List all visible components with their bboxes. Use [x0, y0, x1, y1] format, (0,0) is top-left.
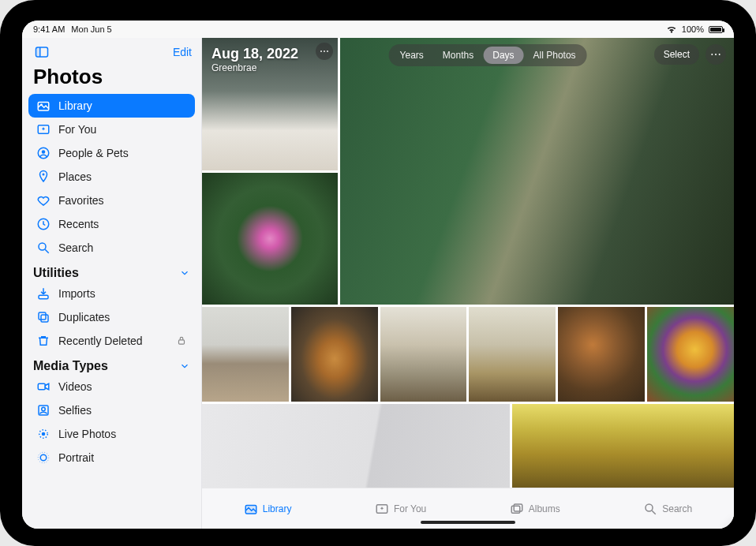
- tab-albums[interactable]: Albums: [503, 499, 567, 519]
- sidebar-item-label: Imports: [58, 287, 95, 300]
- photo-tile[interactable]: [202, 307, 289, 402]
- svg-point-8: [43, 174, 45, 176]
- segment-years[interactable]: Years: [391, 47, 433, 64]
- app-title: Photos: [22, 62, 201, 94]
- photo-tile[interactable]: [647, 307, 734, 402]
- photo-tile[interactable]: [469, 307, 556, 402]
- duplicate-icon: [36, 310, 51, 324]
- sidebar-item-label: Search: [58, 241, 93, 254]
- video-icon: [36, 380, 51, 394]
- tab-library[interactable]: Library: [238, 499, 298, 519]
- sidebar-item-label: Recently Deleted: [58, 335, 143, 347]
- sidebar-item-label: Favorites: [58, 194, 104, 207]
- sidebar-item-search[interactable]: Search: [28, 236, 195, 260]
- svg-point-22: [38, 452, 49, 463]
- sidebar-item-duplicates[interactable]: Duplicates: [28, 305, 195, 329]
- svg-rect-1: [36, 47, 40, 57]
- photo-tile[interactable]: [202, 173, 338, 305]
- sidebar-item-recents[interactable]: Recents: [28, 212, 195, 236]
- svg-point-7: [42, 150, 46, 154]
- sidebar-item-recently-deleted[interactable]: Recently Deleted: [28, 329, 195, 353]
- photo-grid: ⋯: [202, 38, 734, 488]
- selfie-icon: [36, 403, 51, 417]
- sidebar-item-for-you[interactable]: For You: [28, 118, 195, 141]
- pin-icon: [36, 170, 51, 184]
- tab-search[interactable]: Search: [637, 499, 698, 519]
- svg-line-29: [652, 510, 656, 514]
- battery-percent: 100%: [682, 24, 704, 34]
- photo-tile[interactable]: [380, 307, 467, 402]
- status-date: Mon Jun 5: [71, 24, 111, 34]
- sidebar-item-label: Recents: [58, 218, 99, 230]
- sidebar-section-title: Utilities: [33, 266, 79, 280]
- sidebar-item-selfies[interactable]: Selfies: [28, 398, 195, 422]
- photo-tile[interactable]: [558, 307, 645, 402]
- tab-for-you[interactable]: For You: [369, 499, 432, 519]
- tile-more-button[interactable]: ⋯: [316, 43, 333, 60]
- albums-icon: [510, 502, 524, 516]
- status-time: 9:41 AM: [33, 24, 65, 34]
- photo-tile[interactable]: [291, 307, 378, 402]
- sidebar-item-places[interactable]: Places: [28, 165, 195, 189]
- segment-days[interactable]: Days: [483, 47, 523, 64]
- photo-tile-hero[interactable]: [340, 38, 734, 305]
- sidebar-utilities-list: Imports Duplicates Recently Deleted: [22, 282, 201, 353]
- sidebar-item-favorites[interactable]: Favorites: [28, 189, 195, 212]
- svg-rect-16: [38, 383, 45, 390]
- date-header[interactable]: Aug 18, 2022 Greenbrae: [211, 46, 298, 73]
- main-content: Aug 18, 2022 Greenbrae Years Months Days…: [202, 38, 734, 529]
- sidebar-toggle-button[interactable]: [32, 44, 52, 60]
- trash-icon: [36, 334, 51, 348]
- sidebar-item-label: Places: [58, 170, 92, 183]
- screen: 9:41 AM Mon Jun 5 100% Edit: [22, 21, 734, 529]
- sidebar-item-label: Selfies: [58, 404, 92, 417]
- sidebar-item-portrait[interactable]: Portrait: [28, 446, 195, 469]
- sidebar: Edit Photos Library For You: [22, 38, 202, 529]
- segment-all-photos[interactable]: All Photos: [524, 47, 586, 64]
- select-button[interactable]: Select: [654, 44, 699, 65]
- svg-rect-15: [179, 340, 185, 344]
- sparkle-card-icon: [36, 122, 51, 136]
- photo-tile[interactable]: [202, 404, 510, 488]
- svg-rect-26: [511, 506, 520, 513]
- segment-months[interactable]: Months: [433, 47, 483, 64]
- sidebar-item-imports[interactable]: Imports: [28, 282, 195, 305]
- location-label: Greenbrae: [211, 62, 298, 73]
- sidebar-item-label: Duplicates: [58, 311, 110, 323]
- person-circle-icon: [36, 146, 51, 160]
- sidebar-section-media-types[interactable]: Media Types: [22, 353, 201, 375]
- svg-point-4: [41, 103, 43, 105]
- sidebar-item-videos[interactable]: Videos: [28, 375, 195, 398]
- chevron-down-icon: [179, 361, 190, 372]
- more-button[interactable]: ⋯: [705, 44, 726, 65]
- svg-line-11: [45, 249, 49, 253]
- edit-button[interactable]: Edit: [173, 46, 192, 58]
- live-photo-icon: [36, 427, 51, 441]
- sidebar-item-label: Videos: [58, 380, 92, 393]
- svg-point-18: [42, 407, 46, 411]
- sidebar-item-label: For You: [58, 123, 96, 136]
- battery-icon: [709, 26, 723, 33]
- tab-label: For You: [394, 503, 426, 514]
- home-indicator[interactable]: [421, 521, 515, 524]
- sidebar-item-label: Live Photos: [58, 428, 116, 440]
- photo-grid-wrap: Aug 18, 2022 Greenbrae Years Months Days…: [202, 38, 734, 488]
- sidebar-item-live-photos[interactable]: Live Photos: [28, 422, 195, 446]
- search-icon: [36, 241, 51, 255]
- wifi-icon: [666, 24, 677, 35]
- photo-tile[interactable]: [512, 404, 734, 488]
- svg-rect-13: [39, 312, 46, 320]
- sidebar-item-library[interactable]: Library: [28, 94, 195, 118]
- chevron-down-icon: [179, 267, 190, 279]
- clock-icon: [36, 217, 51, 231]
- search-icon: [643, 502, 657, 516]
- svg-rect-14: [41, 315, 48, 322]
- lock-icon: [176, 335, 187, 346]
- portrait-icon: [36, 451, 51, 465]
- heart-icon: [36, 193, 51, 208]
- sidebar-item-people-pets[interactable]: People & Pets: [28, 141, 195, 165]
- photo-library-icon: [36, 99, 51, 113]
- tab-label: Library: [263, 503, 292, 514]
- sidebar-section-utilities[interactable]: Utilities: [22, 260, 201, 282]
- svg-point-10: [39, 243, 46, 250]
